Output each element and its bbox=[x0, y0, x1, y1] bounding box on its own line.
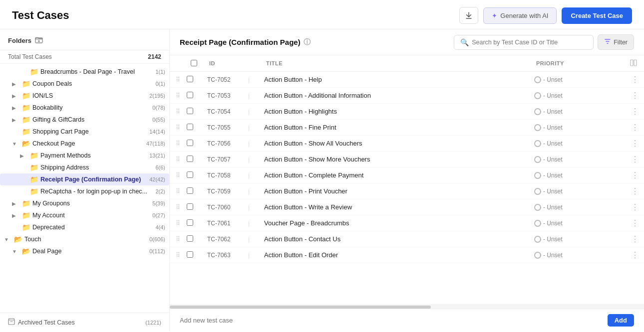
row-more-button[interactable]: ⋮ bbox=[628, 219, 642, 227]
id-col-header: ID bbox=[203, 55, 248, 72]
table-row: ⠿ TC-7054 | Action Button - Highlights -… bbox=[170, 104, 644, 120]
row-more-button[interactable]: ⋮ bbox=[628, 251, 642, 259]
drag-handle[interactable]: ⠿ bbox=[173, 156, 183, 163]
main-header: Receipt Page (Confirmation Page) ⓘ 🔍 Fil… bbox=[170, 29, 644, 55]
row-checkbox[interactable] bbox=[187, 219, 193, 226]
row-checkbox[interactable] bbox=[187, 251, 193, 258]
table-row: ⠿ TC-7060 | Action Button - Write a Revi… bbox=[170, 199, 644, 215]
row-more-button[interactable]: ⋮ bbox=[628, 187, 642, 195]
priority-icon bbox=[534, 188, 541, 195]
sidebar-item-ion-ls[interactable]: ▶ 📁 ION/LS 2(195) bbox=[0, 90, 169, 102]
priority-col-header: PRIORITY bbox=[530, 55, 624, 72]
svg-rect-1 bbox=[8, 320, 14, 325]
drag-handle[interactable]: ⠿ bbox=[173, 188, 183, 195]
row-checkbox[interactable] bbox=[187, 171, 193, 178]
sidebar-item-deal-page[interactable]: ▼ 📂 Deal Page 0(112) bbox=[0, 245, 169, 257]
drag-handle[interactable]: ⠿ bbox=[173, 172, 183, 179]
horizontal-scrollbar[interactable] bbox=[170, 305, 644, 309]
row-more-button[interactable]: ⋮ bbox=[628, 75, 642, 84]
row-more-button[interactable]: ⋮ bbox=[628, 171, 642, 179]
drag-handle[interactable]: ⠿ bbox=[173, 220, 183, 227]
folder-icon: 📁 bbox=[30, 152, 38, 160]
select-all-checkbox[interactable] bbox=[191, 60, 197, 66]
search-input[interactable] bbox=[472, 39, 587, 46]
drag-handle[interactable]: ⠿ bbox=[173, 92, 183, 99]
generate-with-ai-button[interactable]: ✦ Generate with AI bbox=[483, 7, 557, 24]
table-row: ⠿ TC-7055 | Action Button - Fine Print -… bbox=[170, 120, 644, 136]
table-row: ⠿ TC-7062 | Action Button - Contact Us -… bbox=[170, 231, 644, 247]
sidebar-item-receipt-page[interactable]: 📁 Receipt Page (Confirmation Page) 42(42… bbox=[0, 173, 169, 185]
main-layout: Folders Total Test Cases 2142 📁 Breadcru… bbox=[0, 29, 644, 332]
priority-value: - Unset bbox=[543, 92, 563, 99]
folder-icon: 📂 bbox=[22, 140, 30, 148]
sidebar-item-my-account[interactable]: ▶ 📁 My Account 0(27) bbox=[0, 209, 169, 221]
drag-handle[interactable]: ⠿ bbox=[173, 108, 183, 115]
sidebar-item-shopping-cart[interactable]: 📁 Shopping Cart Page 14(14) bbox=[0, 126, 169, 138]
sidebar-item-shipping-address[interactable]: 📁 Shipping Address 6(6) bbox=[0, 162, 169, 173]
add-test-case-input[interactable] bbox=[180, 317, 608, 324]
row-more-button[interactable]: ⋮ bbox=[628, 155, 642, 164]
sidebar-item-recaptcha[interactable]: 📁 ReCaptcha - for login pop-up in chec..… bbox=[0, 185, 169, 197]
row-more-button[interactable]: ⋮ bbox=[628, 123, 642, 132]
folders-heading: Folders bbox=[8, 35, 161, 46]
sidebar-item-my-groupons[interactable]: ▶ 📁 My Groupons 5(39) bbox=[0, 197, 169, 209]
row-checkbox[interactable] bbox=[187, 76, 193, 82]
folder-tree: 📁 Breadcrumbs - Deal Page - Travel 1(1) … bbox=[0, 64, 169, 313]
folder-add-icon[interactable] bbox=[34, 35, 43, 46]
drag-handle[interactable]: ⠿ bbox=[173, 124, 183, 131]
checkbox-col-header bbox=[185, 55, 203, 72]
info-icon[interactable]: ⓘ bbox=[304, 38, 311, 47]
drag-handle[interactable]: ⠿ bbox=[173, 236, 183, 243]
folder-icon: 📁 bbox=[30, 187, 38, 195]
row-checkbox[interactable] bbox=[187, 235, 193, 242]
row-checkbox[interactable] bbox=[187, 187, 193, 194]
row-more-button[interactable]: ⋮ bbox=[628, 91, 642, 100]
row-checkbox[interactable] bbox=[187, 156, 193, 162]
row-more-button[interactable]: ⋮ bbox=[628, 203, 642, 211]
row-more-button[interactable]: ⋮ bbox=[628, 235, 642, 243]
drag-handle[interactable]: ⠿ bbox=[173, 204, 183, 211]
sidebar-item-payment-methods[interactable]: ▶ 📁 Payment Methods 13(21) bbox=[0, 150, 169, 162]
archive-icon bbox=[8, 318, 15, 327]
priority-value: - Unset bbox=[543, 204, 563, 211]
add-test-case-row: Add bbox=[170, 309, 644, 332]
table-row: ⠿ TC-7052 | Action Button - Help - Unset… bbox=[170, 72, 644, 88]
sidebar-item-touch[interactable]: ▼ 📂 Touch 0(606) bbox=[0, 233, 169, 245]
priority-value: - Unset bbox=[543, 252, 563, 259]
folder-icon: 📂 bbox=[14, 235, 22, 243]
priority-value: - Unset bbox=[543, 108, 563, 115]
horizontal-scroll-thumb[interactable] bbox=[170, 306, 431, 309]
archived-test-cases-item[interactable]: Archived Test Cases (1221) bbox=[0, 313, 169, 332]
folder-icon: 📁 bbox=[22, 104, 30, 112]
sidebar-item-checkout[interactable]: ▼ 📂 Checkout Page 47(118) bbox=[0, 138, 169, 150]
search-box: 🔍 bbox=[454, 35, 594, 50]
create-test-case-button[interactable]: Create Test Case bbox=[562, 7, 632, 24]
priority-icon bbox=[534, 108, 541, 115]
priority-value: - Unset bbox=[543, 124, 563, 131]
filter-button[interactable]: Filter bbox=[598, 34, 634, 50]
drag-handle[interactable]: ⠿ bbox=[173, 252, 183, 259]
row-checkbox[interactable] bbox=[187, 140, 193, 146]
columns-toggle-icon[interactable] bbox=[630, 61, 637, 67]
drag-handle[interactable]: ⠿ bbox=[173, 140, 183, 147]
sidebar-item-breadcrumbs[interactable]: 📁 Breadcrumbs - Deal Page - Travel 1(1) bbox=[0, 66, 169, 78]
sidebar-item-bookability[interactable]: ▶ 📁 Bookability 0(78) bbox=[0, 102, 169, 114]
drag-handle[interactable]: ⠿ bbox=[173, 76, 183, 83]
row-more-button[interactable]: ⋮ bbox=[628, 107, 642, 116]
sparkle-icon: ✦ bbox=[492, 12, 497, 19]
folder-icon: 📁 bbox=[22, 199, 30, 207]
row-more-button[interactable]: ⋮ bbox=[628, 139, 642, 148]
row-checkbox[interactable] bbox=[187, 124, 193, 130]
row-checkbox[interactable] bbox=[187, 108, 193, 114]
sidebar-item-gifting[interactable]: ▶ 📁 Gifting & GiftCards 0(55) bbox=[0, 114, 169, 126]
folder-icon: 📁 bbox=[22, 92, 30, 100]
add-button[interactable]: Add bbox=[608, 314, 634, 327]
table-row: ⠿ TC-7063 | Action Button - Edit Order -… bbox=[170, 247, 644, 263]
page-title: Test Cases bbox=[12, 9, 69, 22]
sidebar-item-deprecated[interactable]: 📁 Deprecated 4(4) bbox=[0, 221, 169, 233]
download-button[interactable] bbox=[459, 7, 478, 24]
row-checkbox[interactable] bbox=[187, 92, 193, 98]
priority-icon bbox=[534, 252, 541, 259]
row-checkbox[interactable] bbox=[187, 203, 193, 210]
sidebar-item-coupon-deals[interactable]: ▶ 📁 Coupon Deals 0(1) bbox=[0, 78, 169, 90]
